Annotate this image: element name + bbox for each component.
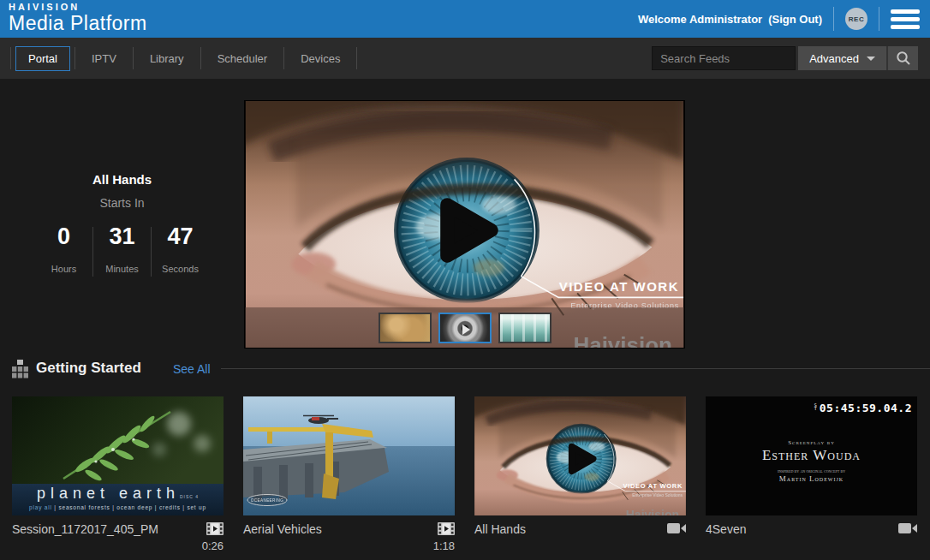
getting-started-cards: planet earthDISC 4 play all | seasonal f… (12, 396, 917, 552)
app-header: HAIVISION Media Platform Welcome Adminis… (0, 0, 930, 38)
strip-thumb-control-room[interactable] (498, 313, 551, 343)
film-strip-icon (206, 522, 224, 535)
card-title[interactable]: 4Seven (706, 522, 746, 536)
user-session: Welcome Administrator (Sign Out) (638, 13, 822, 26)
getting-started-section-header: Getting Started See All (0, 353, 930, 384)
tab-library[interactable]: Library (134, 47, 200, 70)
welcome-text: Welcome Administrator (638, 13, 762, 26)
card-title[interactable]: Aerial Vehicles (243, 522, 322, 536)
card-thumb-planet-earth[interactable]: planet earthDISC 4 play all | seasonal f… (12, 396, 224, 515)
video-card: VIDEO AT WORK Enterprise Video Solutions… (474, 396, 686, 552)
nav-tabs: Portal IPTV Library Scheduler Devices (10, 38, 357, 79)
card-title[interactable]: Session_1172017_405_PM (12, 522, 158, 536)
planet-earth-art (12, 396, 224, 484)
search-cluster: Advanced (652, 46, 918, 70)
timecode: ST 05:45:59.04.2 (814, 402, 912, 414)
strip-thumb-lion-cub[interactable] (379, 313, 432, 343)
advanced-search-button[interactable]: Advanced (798, 46, 886, 70)
countdown-event-title: All Hands (0, 100, 244, 187)
haivision-media-platform-app: HAIVISION Media Platform Welcome Adminis… (0, 0, 930, 560)
rec-badge[interactable]: REC (845, 8, 867, 30)
countdown-units: 0 Hours 31 Minutes 47 Seconds (0, 223, 244, 277)
brand-product: Media Platform (9, 12, 147, 35)
section-divider (221, 368, 930, 369)
video-card: ST 05:45:59.04.2 Screenplay by Esther Wo… (706, 396, 917, 552)
event-countdown: All Hands Starts In 0 Hours 31 Minutes 4… (0, 100, 244, 277)
search-button[interactable] (886, 46, 918, 70)
search-input[interactable] (652, 46, 796, 70)
card-thumb-aerial-vehicles[interactable]: OCEANEERING (243, 396, 455, 515)
countdown-seconds: 47 Seconds (152, 223, 209, 274)
countdown-subtitle: Starts In (0, 196, 244, 210)
tab-devices[interactable]: Devices (284, 47, 356, 70)
card-thumb-all-hands[interactable]: VIDEO AT WORK Enterprise Video Solutions… (474, 396, 686, 515)
chevron-down-icon (867, 57, 875, 61)
countdown-minutes: 31 Minutes (93, 223, 151, 274)
see-all-link[interactable]: See All (173, 362, 211, 376)
brand-name: HAIVISION (9, 2, 147, 12)
section-title: Getting Started (36, 360, 141, 377)
sign-out-link[interactable]: (Sign Out) (768, 13, 822, 26)
video-card: OCEANEERING Aerial Vehicles 1:18 (243, 396, 455, 552)
video-camera-icon (898, 522, 917, 534)
strip-thumb-eye-closeup[interactable] (438, 313, 492, 343)
card-title[interactable]: All Hands (474, 522, 526, 536)
header-divider (879, 7, 879, 31)
planet-earth-menu-band: planet earthDISC 4 play all | seasonal f… (12, 484, 224, 515)
video-camera-icon (667, 522, 686, 534)
eye-video-poster-small (474, 396, 686, 515)
video-card: planet earthDISC 4 play all | seasonal f… (12, 396, 224, 552)
card-duration: 1:18 (243, 539, 455, 552)
magnifier-icon (896, 51, 911, 66)
countdown-hours: 0 Hours (35, 223, 92, 274)
hamburger-menu-icon[interactable] (891, 8, 920, 31)
card-duration: 0:26 (12, 539, 224, 552)
header-right-controls: Welcome Administrator (Sign Out) REC (638, 0, 920, 38)
ocean-platform-art: OCEANEERING (243, 396, 455, 515)
player-thumbnail-strip (245, 307, 684, 348)
media-grid-icon (12, 360, 28, 378)
main-nav: Portal IPTV Library Scheduler Devices Ad… (0, 38, 930, 79)
card-duration (706, 539, 917, 552)
play-triangle-icon (462, 325, 470, 335)
tab-scheduler[interactable]: Scheduler (201, 47, 284, 70)
tab-iptv[interactable]: IPTV (75, 47, 133, 70)
main-video-player[interactable]: VIDEO AT WORK Enterprise Video Solutions… (244, 100, 685, 349)
card-duration (474, 539, 686, 552)
card-thumb-4seven[interactable]: ST 05:45:59.04.2 Screenplay by Esther Wo… (706, 396, 917, 515)
brand-logo[interactable]: HAIVISION Media Platform (9, 2, 147, 35)
film-credits-text: Screenplay by Esther Wouda Inspired by a… (706, 439, 917, 483)
oceaneering-watermark: OCEANEERING (251, 498, 283, 503)
film-strip-icon (438, 522, 455, 535)
tab-portal[interactable]: Portal (15, 46, 70, 71)
header-divider (833, 7, 834, 31)
advanced-label: Advanced (809, 52, 859, 65)
